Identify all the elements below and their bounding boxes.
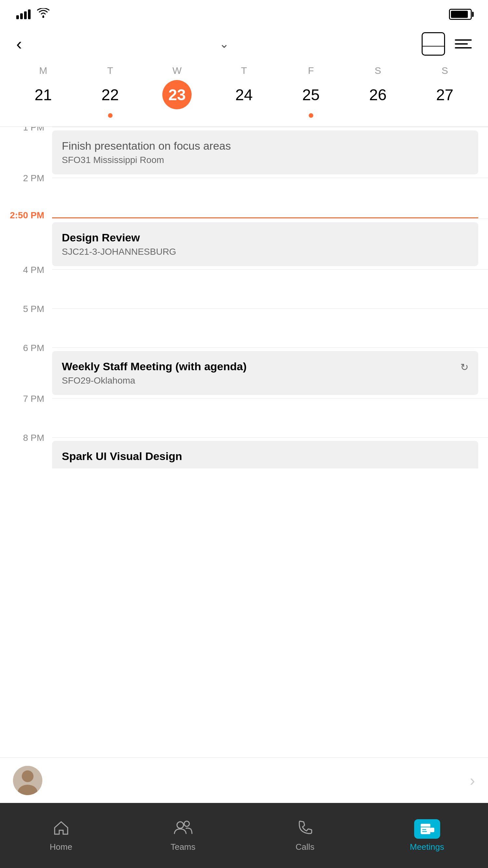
svg-point-4 — [177, 822, 183, 828]
day-col-22[interactable]: T22 — [77, 65, 144, 123]
day-number: 24 — [230, 80, 258, 109]
meetings-icon-box — [414, 819, 440, 839]
week-days: M21T22W23T24F25S26S27 — [0, 62, 488, 127]
time-line-area — [52, 308, 488, 347]
day-col-24[interactable]: T24 — [211, 65, 277, 123]
day-number: 21 — [29, 80, 58, 109]
header: ‹ ⌄ — [0, 26, 488, 62]
time-slot-2-PM: 2 PM — [0, 178, 488, 217]
wifi-icon — [37, 8, 50, 21]
status-bar — [0, 0, 488, 26]
home-icon — [53, 819, 70, 839]
svg-rect-9 — [430, 828, 434, 832]
teams-icon — [174, 819, 192, 839]
time-line-area: Weekly Staff Meeting (with agenda)SFO29-… — [52, 347, 488, 398]
time-label: 6 PM — [0, 343, 52, 353]
battery-icon — [449, 9, 472, 20]
time-slot-6-PM: 6 PMWeekly Staff Meeting (with agenda)SF… — [0, 347, 488, 398]
time-label: 4 PM — [0, 265, 52, 275]
nav-home[interactable]: Home — [0, 819, 122, 852]
day-letter: S — [374, 65, 381, 76]
day-letter: W — [173, 65, 182, 76]
repeat-icon: ↻ — [460, 362, 468, 373]
time-line-area — [52, 269, 488, 308]
day-number: 23 — [162, 80, 192, 109]
event-title: Design Review — [62, 231, 468, 244]
time-slot-4-PM: 4 PM — [0, 269, 488, 308]
day-col-21[interactable]: M21 — [10, 65, 77, 123]
calendar-icon-button[interactable] — [422, 32, 445, 56]
time-line-area: Design ReviewSJC21-3-JOHANNESBURG — [52, 219, 488, 269]
day-col-26[interactable]: S26 — [344, 65, 411, 123]
day-col-27[interactable]: S27 — [411, 65, 478, 123]
event-location: SFO29-Oklahoma — [62, 375, 457, 386]
event-block-partial[interactable]: Spark UI Visual Design — [52, 441, 478, 468]
nav-teams[interactable]: Teams — [122, 819, 244, 852]
day-number: 27 — [430, 80, 459, 109]
time-slot-5-PM: 5 PM — [0, 308, 488, 347]
day-letter: S — [441, 65, 448, 76]
event-title: Finish presentation on focus areas — [62, 140, 468, 152]
svg-rect-7 — [421, 824, 430, 827]
svg-point-0 — [42, 16, 44, 18]
signal-bars — [16, 9, 31, 19]
day-number: 22 — [96, 80, 125, 109]
time-slot-8-PM: 8 PMSpark UI Visual Design — [0, 437, 488, 476]
month-selector[interactable]: ⌄ — [215, 37, 229, 51]
calls-icon — [297, 819, 314, 839]
time-slot-1-PM: 1 PMFinish presentation on focus areasSF… — [0, 127, 488, 178]
event-title: Weekly Staff Meeting (with agenda) — [62, 360, 457, 373]
nav-calls[interactable]: Calls — [244, 819, 366, 852]
time-label: 1 PM — [0, 127, 52, 133]
event-block[interactable]: Weekly Staff Meeting (with agenda)SFO29-… — [52, 351, 478, 395]
current-time-line — [52, 217, 478, 218]
day-number: 26 — [363, 80, 392, 109]
event-location: SJC21-3-JOHANNESBURG — [62, 247, 468, 257]
header-right — [422, 32, 472, 56]
time-label: 5 PM — [0, 304, 52, 314]
personal-room-bar[interactable]: › — [0, 757, 488, 803]
timeline: 1 PMFinish presentation on focus areasSF… — [0, 127, 488, 541]
day-col-23[interactable]: W23 — [144, 65, 211, 123]
menu-button[interactable] — [455, 39, 472, 49]
day-letter: T — [241, 65, 247, 76]
event-content: Weekly Staff Meeting (with agenda)SFO29-… — [62, 360, 457, 386]
day-letter: T — [107, 65, 113, 76]
time-line-area: Finish presentation on focus areasSFO31 … — [52, 127, 488, 178]
status-left — [16, 8, 50, 21]
time-label: 8 PM — [0, 433, 52, 443]
time-slot-7-PM: 7 PM — [0, 398, 488, 437]
time-line-area: Spark UI Visual Design — [52, 437, 488, 476]
time-slot-3: Design ReviewSJC21-3-JOHANNESBURG — [0, 219, 488, 269]
event-title: Spark UI Visual Design — [62, 450, 468, 463]
day-letter: M — [39, 65, 47, 76]
event-dot — [309, 113, 313, 118]
nav-calls-label: Calls — [296, 842, 314, 852]
day-number: 25 — [296, 80, 326, 109]
event-dot — [108, 113, 113, 118]
time-line-area — [52, 178, 488, 217]
day-col-25[interactable]: F25 — [277, 65, 344, 123]
day-letter: F — [308, 65, 314, 76]
nav-home-label: Home — [50, 842, 72, 852]
nav-teams-label: Teams — [171, 842, 195, 852]
event-location: SFO31 Mississippi Room — [62, 155, 468, 165]
time-label: 2 PM — [0, 173, 52, 184]
month-chevron: ⌄ — [219, 37, 229, 51]
avatar — [13, 766, 42, 795]
back-button[interactable]: ‹ — [16, 34, 22, 54]
nav-meetings[interactable]: Meetings — [366, 819, 488, 852]
event-block[interactable]: Design ReviewSJC21-3-JOHANNESBURG — [52, 222, 478, 266]
event-block[interactable]: Finish presentation on focus areasSFO31 … — [52, 130, 478, 175]
svg-point-2 — [22, 770, 33, 782]
avatar-image — [13, 766, 42, 795]
nav-meetings-label: Meetings — [410, 842, 445, 852]
time-line-area — [52, 398, 488, 437]
bottom-nav: Home Teams Calls — [0, 803, 488, 868]
personal-room-chevron: › — [470, 771, 475, 789]
svg-point-5 — [184, 821, 189, 826]
time-label: 7 PM — [0, 394, 52, 404]
event-with-repeat: Weekly Staff Meeting (with agenda)SFO29-… — [62, 360, 468, 386]
